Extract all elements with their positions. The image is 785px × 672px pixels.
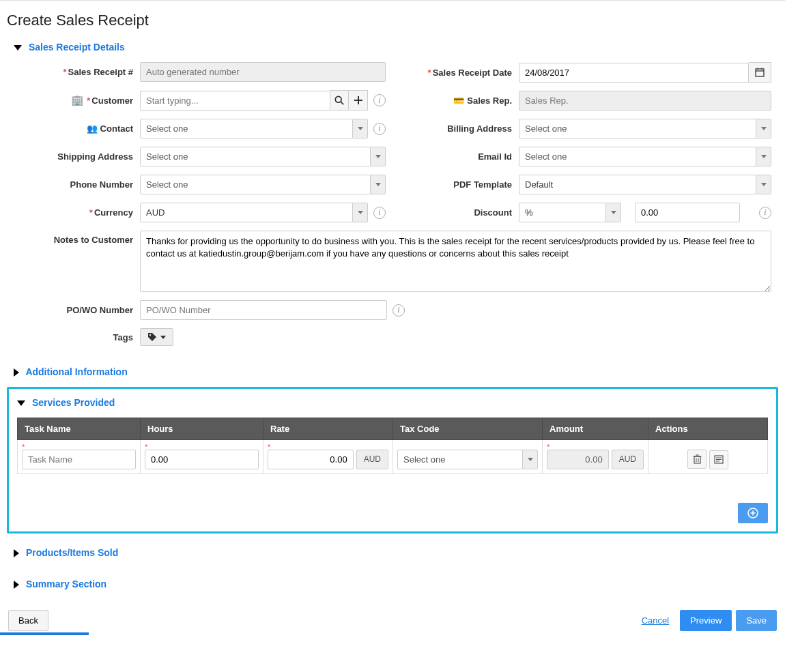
info-icon[interactable]: i: [759, 207, 771, 219]
info-icon[interactable]: i: [373, 207, 386, 219]
section-products-header[interactable]: Products/Items Sold: [14, 547, 778, 558]
label-pdf: PDF Template: [399, 179, 519, 190]
building-icon: 🏢: [71, 94, 84, 106]
plus-circle-icon: [747, 508, 758, 518]
delete-row-button[interactable]: [687, 450, 706, 469]
amount-currency-addon: AUD: [612, 450, 644, 469]
label-receipt-no: *Sales Receipt #: [14, 67, 140, 77]
services-table: Task Name Hours Rate Tax Code Amount Act…: [17, 418, 768, 474]
rate-currency-addon: AUD: [356, 450, 388, 469]
hours-input[interactable]: [145, 450, 259, 469]
phone-select[interactable]: Select one: [140, 175, 386, 194]
label-shipping: Shipping Address: [14, 151, 140, 162]
info-icon[interactable]: i: [373, 123, 386, 135]
contact-select[interactable]: Select one: [140, 119, 368, 138]
table-row: * * * AUD: [18, 440, 768, 474]
svg-point-8: [149, 334, 151, 336]
label-currency: *Currency: [14, 207, 140, 218]
back-button[interactable]: Back: [8, 610, 48, 631]
add-row-button[interactable]: [738, 503, 768, 523]
caret-right-icon: [14, 581, 19, 589]
chevron-down-icon: [371, 175, 386, 194]
discount-type-select[interactable]: %: [519, 203, 621, 222]
chevron-down-icon: [371, 147, 386, 166]
caret-right-icon: [14, 549, 19, 557]
document-lines-icon: [714, 455, 724, 464]
table-header-row: Task Name Hours Rate Tax Code Amount Act…: [18, 418, 768, 440]
caret-down-icon: [17, 400, 25, 406]
label-notes: Notes to Customer: [14, 231, 140, 245]
svg-rect-9: [694, 456, 700, 463]
chevron-down-icon: [353, 203, 368, 222]
section-details-header[interactable]: Sales Receipt Details: [14, 42, 778, 53]
label-po: PO/WO Number: [14, 305, 140, 315]
info-icon[interactable]: i: [373, 94, 386, 106]
label-email: Email Id: [399, 151, 519, 162]
chevron-down-icon: [353, 119, 368, 138]
label-contact: 👥Contact: [14, 123, 140, 134]
label-phone: Phone Number: [14, 179, 140, 190]
card-icon: 💳: [453, 96, 464, 106]
col-actions: Actions: [648, 418, 768, 440]
tags-button[interactable]: [140, 328, 173, 346]
billing-select[interactable]: Select one: [519, 119, 771, 138]
receipt-no-input: [140, 62, 386, 82]
trash-icon: [693, 454, 702, 464]
section-details-label: Sales Receipt Details: [29, 42, 125, 53]
chevron-down-icon: [756, 147, 771, 166]
shipping-select[interactable]: Select one: [140, 147, 386, 166]
notes-textarea[interactable]: [140, 231, 771, 292]
email-select[interactable]: Select one: [519, 147, 771, 166]
page-title: Create Sales Receipt: [7, 12, 778, 29]
people-icon: 👥: [87, 123, 98, 134]
svg-point-0: [336, 96, 342, 102]
cancel-link[interactable]: Cancel: [642, 615, 669, 626]
chevron-down-icon: [756, 119, 771, 138]
col-tax: Tax Code: [393, 418, 543, 440]
rate-input[interactable]: [268, 450, 354, 469]
caret-down-icon: [14, 45, 22, 50]
col-rate: Rate: [263, 418, 393, 440]
search-icon: [334, 96, 344, 105]
calendar-icon: [755, 68, 765, 77]
pdf-select[interactable]: Default: [519, 175, 771, 194]
section-additional-header[interactable]: Additional Information: [14, 366, 778, 377]
section-summary-header[interactable]: Summary Section: [14, 579, 778, 589]
chevron-down-icon: [523, 450, 538, 469]
label-billing: Billing Address: [399, 123, 519, 134]
col-task: Task Name: [18, 418, 141, 440]
plus-icon: [354, 96, 362, 104]
customer-add-button[interactable]: [349, 90, 368, 111]
customer-input[interactable]: [140, 91, 330, 111]
amount-input: [547, 450, 609, 469]
col-amount: Amount: [543, 418, 648, 440]
chevron-down-icon: [756, 175, 771, 194]
date-input[interactable]: [519, 63, 749, 83]
chevron-down-icon: [606, 203, 621, 222]
row-notes-button[interactable]: [709, 450, 728, 469]
label-salesrep: 💳Sales Rep.: [399, 96, 519, 106]
section-additional-label: Additional Information: [25, 366, 127, 377]
salesrep-input: [519, 91, 771, 111]
discount-value-input[interactable]: [635, 203, 740, 222]
progress-bar: [0, 632, 89, 635]
section-services-label: Services Provided: [32, 397, 115, 408]
preview-button[interactable]: Preview: [680, 610, 732, 631]
section-summary-label: Summary Section: [26, 579, 106, 589]
customer-search-button[interactable]: [330, 90, 349, 111]
tax-code-select[interactable]: Select one: [397, 450, 538, 469]
date-picker-button[interactable]: [749, 62, 771, 83]
info-icon[interactable]: i: [392, 304, 405, 317]
label-discount: Discount: [399, 207, 519, 218]
label-tags: Tags: [14, 332, 140, 342]
save-button[interactable]: Save: [736, 610, 777, 631]
svg-rect-4: [756, 69, 764, 76]
section-services-header[interactable]: Services Provided: [17, 397, 768, 408]
po-input[interactable]: [140, 300, 387, 320]
col-hours: Hours: [141, 418, 263, 440]
task-name-input[interactable]: [22, 450, 136, 469]
currency-select[interactable]: AUD: [140, 203, 368, 222]
label-customer: 🏢*Customer: [14, 94, 140, 106]
section-products-label: Products/Items Sold: [26, 547, 118, 558]
tag-icon: [147, 332, 157, 342]
